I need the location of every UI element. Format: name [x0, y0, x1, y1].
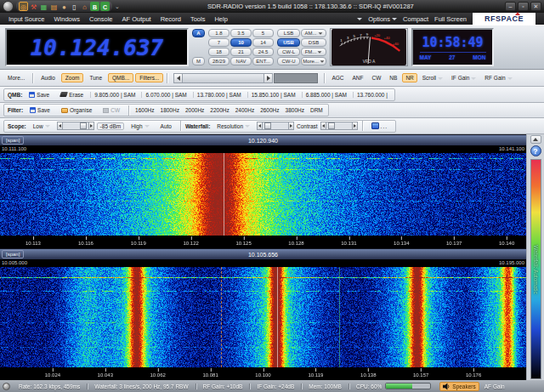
- more-button[interactable]: More...: [3, 73, 29, 82]
- mode-fm-button[interactable]: FM...: [301, 48, 326, 56]
- menu-tools[interactable]: Tools: [190, 15, 206, 23]
- document-icon[interactable]: [70, 2, 79, 11]
- menu-af-output[interactable]: AF Output: [122, 15, 151, 23]
- mode-more-button[interactable]: More...: [301, 57, 326, 65]
- maximize-button[interactable]: ▫: [518, 2, 529, 11]
- menu-overflow-icon[interactable]: [357, 18, 362, 20]
- band-ent-button[interactable]: ENT...: [252, 57, 274, 65]
- calendar-icon[interactable]: [49, 2, 59, 11]
- mode-dsb-button[interactable]: DSB: [301, 38, 326, 47]
- waterfall2-header[interactable]: [span] 10.105.656: [0, 248, 526, 259]
- waterfall2-display[interactable]: [0, 267, 526, 367]
- qmb-memory-6[interactable]: 13.760.000 |: [353, 92, 391, 98]
- zoom-scrollbar[interactable]: [173, 73, 318, 83]
- band-nav-button[interactable]: NAV: [230, 57, 252, 65]
- menu-record[interactable]: Record: [161, 15, 181, 23]
- tuning-icon[interactable]: [19, 2, 28, 11]
- memory-button[interactable]: M: [192, 57, 205, 65]
- slider-left-icon[interactable]: [320, 122, 326, 130]
- bandwidth-1800[interactable]: 1800Hz: [159, 107, 181, 113]
- slider-thumb[interactable]: [264, 122, 271, 129]
- app-logo-icon[interactable]: [3, 1, 14, 12]
- scope-high-dropdown[interactable]: High: [127, 122, 153, 131]
- options-menu[interactable]: Options: [368, 15, 397, 23]
- filter-cw-button[interactable]: CW: [99, 105, 124, 115]
- bandwidth-2200[interactable]: 2200Hz: [208, 107, 230, 113]
- mode-cwl-button[interactable]: CW-L: [277, 48, 300, 56]
- band-1-8-button[interactable]: 1.8: [208, 29, 230, 37]
- qmb-memory-2[interactable]: 6.070.000 | SAM: [141, 92, 190, 98]
- slider-thumb[interactable]: [328, 122, 335, 129]
- resolution-slider[interactable]: [257, 122, 294, 130]
- af-gain-label[interactable]: AF Gain: [484, 383, 505, 389]
- band-5-button[interactable]: 5: [252, 29, 274, 37]
- waterfall2-span-label[interactable]: [span]: [2, 250, 24, 258]
- menu-help[interactable]: Help: [214, 15, 227, 23]
- scroll-dropdown[interactable]: Scroll: [419, 73, 446, 82]
- scope-low-slider[interactable]: [57, 122, 94, 130]
- bandwidth-1600[interactable]: 1600Hz: [133, 107, 156, 113]
- zoom-button[interactable]: Zoom: [61, 73, 84, 82]
- nb-toggle[interactable]: NB: [386, 73, 400, 82]
- home-icon[interactable]: [80, 2, 89, 11]
- qmb-memory-3[interactable]: 13.780.000 | SAM: [193, 92, 245, 98]
- qmb-save-button[interactable]: Save: [25, 90, 54, 99]
- band-14-button[interactable]: 14: [252, 38, 274, 47]
- full-screen-button[interactable]: Full Screen: [434, 15, 467, 23]
- frequency-display[interactable]: 10.124.637: [5, 28, 189, 66]
- waterfall1-header[interactable]: [span] 10.120.940: [0, 134, 526, 145]
- slider-left-icon[interactable]: [257, 122, 263, 130]
- slider-left-icon[interactable]: [57, 122, 63, 130]
- mode-cwu-button[interactable]: CW-U: [277, 57, 300, 65]
- filter-organise-button[interactable]: Organise: [57, 105, 96, 115]
- bandwidth-2600[interactable]: 2600Hz: [258, 107, 280, 113]
- scope-low-dropdown[interactable]: Low: [29, 122, 54, 131]
- close-button[interactable]: ✕: [530, 2, 541, 11]
- speakers-selector[interactable]: Speakers: [439, 382, 479, 391]
- cw-toggle[interactable]: CW: [369, 73, 385, 82]
- band-10-button[interactable]: 10: [230, 38, 252, 47]
- badge-b-icon[interactable]: B: [90, 2, 99, 11]
- bandwidth-3800[interactable]: 3800Hz: [284, 107, 306, 113]
- if-gain-dropdown[interactable]: IF Gain: [448, 73, 479, 82]
- scope-auto-button[interactable]: Auto: [156, 122, 176, 131]
- monitor-icon[interactable]: [39, 2, 48, 11]
- band-21-button[interactable]: 21: [230, 48, 252, 56]
- filter-save-button[interactable]: Save: [26, 105, 54, 115]
- band-24-5-button[interactable]: 24.5: [252, 48, 274, 56]
- tools-icon[interactable]: [29, 2, 38, 11]
- scroll-left-icon[interactable]: [173, 73, 183, 83]
- qmb-memory-5[interactable]: 6.885.000 | SAM: [302, 92, 350, 98]
- contrast-slider[interactable]: [320, 122, 358, 130]
- qmb-memory-4[interactable]: 15.850.100 | SAM: [247, 92, 299, 98]
- band-28-29-button[interactable]: 28/29: [208, 57, 230, 65]
- anf-toggle[interactable]: ANF: [349, 73, 367, 82]
- waterfall1-display[interactable]: [0, 153, 526, 236]
- rf-gain-dropdown[interactable]: RF Gain: [481, 73, 515, 82]
- bandwidth-2400[interactable]: 2400Hz: [234, 107, 256, 113]
- nr-toggle[interactable]: NR: [402, 73, 416, 82]
- collapse-up-icon[interactable]: [530, 135, 541, 144]
- waterfall-options-button[interactable]: ...: [367, 121, 392, 131]
- bandwidth-2000[interactable]: 2000Hz: [184, 107, 206, 113]
- qmb-erase-button[interactable]: Erase: [56, 90, 88, 99]
- badge-c-icon[interactable]: C: [100, 2, 110, 11]
- slider-right-icon[interactable]: [288, 122, 294, 130]
- mode-am-button[interactable]: AM...: [301, 29, 326, 37]
- compact-button[interactable]: Compact: [403, 15, 428, 23]
- waterfall1-span-label[interactable]: [span]: [2, 136, 24, 145]
- resolution-dropdown[interactable]: Resolution: [212, 122, 254, 131]
- minimize-button[interactable]: –: [505, 2, 516, 11]
- vfo-a-button[interactable]: A: [192, 29, 205, 37]
- bandwidth-drm[interactable]: DRM: [309, 107, 325, 113]
- mode-usb-button[interactable]: USB: [277, 38, 300, 47]
- qmb-memory-1[interactable]: 9.805.000 | SAM: [90, 92, 139, 98]
- help-icon[interactable]: ?: [530, 145, 541, 156]
- band-7-button[interactable]: 7: [208, 38, 230, 47]
- slider-right-icon[interactable]: [352, 122, 358, 130]
- band-18-button[interactable]: 18: [208, 48, 230, 56]
- slider-right-icon[interactable]: [88, 122, 94, 130]
- menu-console[interactable]: Console: [89, 15, 113, 23]
- agc-toggle[interactable]: AGC: [328, 73, 347, 82]
- bell-icon[interactable]: [60, 2, 69, 11]
